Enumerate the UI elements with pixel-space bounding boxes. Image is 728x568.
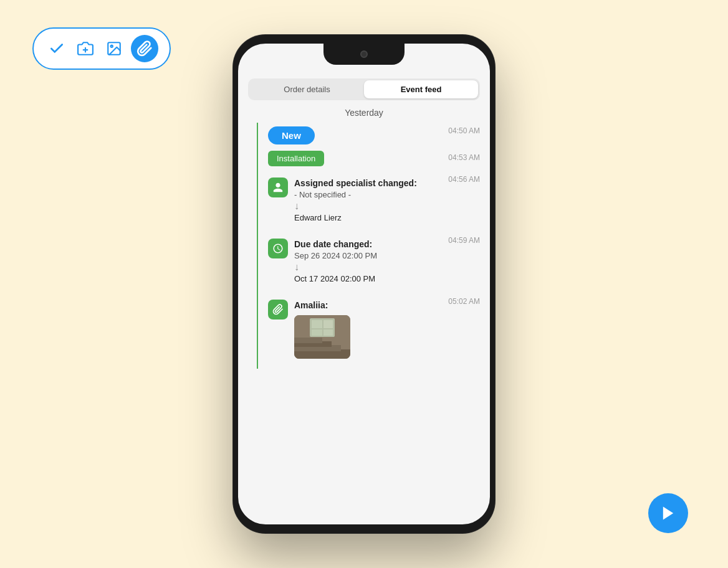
event-from-specialist: - Not specified - [294, 190, 480, 199]
phone-frame: Order details Event feed Yesterday New 0… [233, 35, 495, 533]
phone-screen: Order details Event feed Yesterday New 0… [238, 44, 490, 524]
category-badge: Installation [268, 151, 324, 166]
timeline-entry-amaliia: 05:02 AM Amaliia: [251, 293, 490, 368]
check-icon-button[interactable] [45, 37, 69, 60]
play-icon [659, 504, 677, 522]
timeline-entry-new: New 04:50 AM [251, 123, 490, 149]
event-from-duedate: Sep 26 2024 02:00 PM [294, 251, 480, 260]
event-arrow-specialist: ↓ [294, 201, 480, 212]
entry-time-0: 04:50 AM [448, 126, 480, 135]
event-body-duedate: Due date changed: Sep 26 2024 02:00 PM ↓… [294, 239, 480, 283]
tab-event-feed[interactable]: Event feed [364, 80, 478, 98]
entry-time-4: 05:02 AM [448, 297, 480, 306]
tab-order-details[interactable]: Order details [250, 80, 364, 98]
attachment-icon [268, 300, 288, 320]
event-body-amaliia: Amaliia: [294, 300, 480, 358]
svg-point-3 [111, 45, 113, 47]
tab-bar: Order details Event feed [248, 78, 480, 100]
play-button[interactable] [648, 493, 688, 533]
event-to-specialist: Edward Lierz [294, 213, 480, 222]
paperclip-icon-button[interactable] [131, 35, 158, 62]
image-icon-button[interactable] [102, 37, 126, 60]
feed-content: Yesterday New 04:50 AM Installation 04:5… [238, 100, 490, 524]
timeline: New 04:50 AM Installation 04:53 AM 04:56… [238, 123, 490, 369]
timeline-entry-category: Installation 04:53 AM [251, 149, 490, 171]
event-body-specialist: Assigned specialist changed: - Not speci… [294, 178, 480, 222]
entry-time-3: 04:59 AM [448, 236, 480, 245]
svg-marker-15 [663, 507, 673, 520]
event-arrow-duedate: ↓ [294, 262, 480, 273]
person-icon [268, 178, 288, 197]
phone-notch [323, 44, 405, 65]
svg-rect-14 [294, 315, 350, 359]
scene: Order details Event feed Yesterday New 0… [21, 16, 707, 552]
clock-icon [268, 239, 288, 258]
image-thumbnail-container[interactable] [294, 315, 480, 359]
entry-time-1: 04:53 AM [448, 153, 480, 162]
camera-add-icon-button[interactable] [74, 37, 97, 60]
timeline-entry-duedate: 04:59 AM Due date changed: Sep 26 2024 0… [251, 232, 490, 293]
floating-toolbar [32, 27, 171, 70]
entry-time-2: 04:56 AM [448, 175, 480, 184]
event-to-duedate: Oct 17 2024 02:00 PM [294, 274, 480, 283]
timeline-entry-specialist: 04:56 AM Assigned specialist changed: - … [251, 171, 490, 232]
new-badge: New [268, 126, 315, 144]
image-thumbnail[interactable] [294, 315, 350, 359]
date-header: Yesterday [238, 100, 490, 123]
camera-dot [360, 50, 368, 58]
